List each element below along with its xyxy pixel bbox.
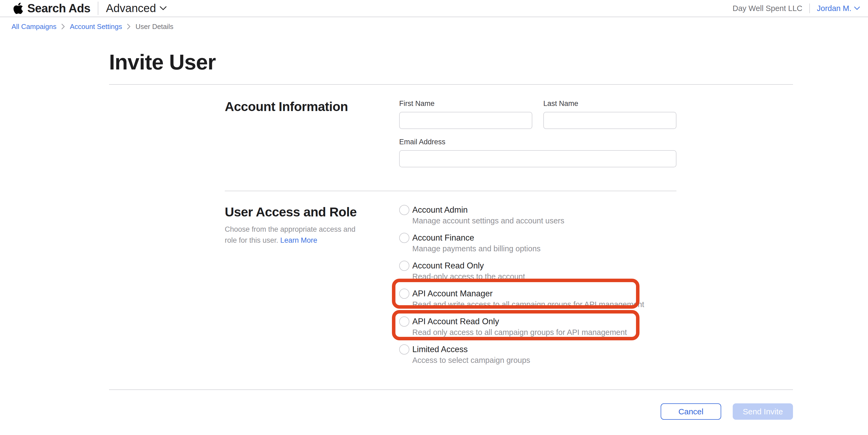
radio-circle-icon[interactable] bbox=[399, 289, 409, 299]
radio-circle-icon[interactable] bbox=[399, 261, 409, 271]
radio-circle-icon[interactable] bbox=[399, 233, 409, 243]
product-name: Advanced bbox=[106, 2, 156, 15]
cancel-button[interactable]: Cancel bbox=[661, 403, 721, 420]
radio-limited-access[interactable]: Limited Access bbox=[399, 344, 677, 355]
nav-left: Search Ads Advanced bbox=[13, 2, 167, 15]
radio-api-account-read-only[interactable]: API Account Read Only bbox=[399, 316, 677, 327]
user-name: Jordan M. bbox=[817, 4, 851, 13]
option-api-account-manager: API Account Manager Read and write acces… bbox=[399, 288, 677, 316]
name-fields-row: First Name Last Name bbox=[399, 99, 677, 129]
option-account-admin: Account Admin Manage account settings an… bbox=[399, 205, 677, 233]
access-options-column: Account Admin Manage account settings an… bbox=[399, 205, 677, 372]
email-input[interactable] bbox=[399, 150, 677, 167]
chevron-right-icon bbox=[127, 23, 131, 30]
option-description: Read and write access to all campaign gr… bbox=[412, 299, 677, 310]
section-heading-column: Account Information bbox=[225, 99, 399, 167]
product-switcher[interactable]: Advanced bbox=[106, 2, 167, 15]
option-label: API Account Read Only bbox=[412, 316, 499, 327]
section-heading-column: User Access and Role Choose from the app… bbox=[225, 205, 399, 372]
option-label: Limited Access bbox=[412, 344, 468, 355]
option-label: API Account Manager bbox=[412, 288, 493, 299]
breadcrumb-user-details: User Details bbox=[135, 23, 174, 31]
apple-logo-icon bbox=[13, 2, 24, 15]
radio-circle-icon[interactable] bbox=[399, 316, 409, 327]
breadcrumb-account-settings[interactable]: Account Settings bbox=[70, 23, 122, 31]
last-name-label: Last Name bbox=[543, 99, 677, 108]
learn-more-link[interactable]: Learn More bbox=[280, 236, 317, 244]
first-name-group: First Name bbox=[399, 99, 532, 129]
first-name-input[interactable] bbox=[399, 112, 532, 129]
option-account-finance: Account Finance Manage payments and bill… bbox=[399, 233, 677, 260]
account-information-heading: Account Information bbox=[225, 99, 399, 114]
option-description: Manage payments and billing options bbox=[412, 243, 677, 254]
page-title: Invite User bbox=[109, 52, 793, 73]
chevron-right-icon bbox=[61, 23, 65, 30]
option-label: Account Finance bbox=[412, 233, 474, 243]
option-account-read-only: Account Read Only Read-only access to th… bbox=[399, 260, 677, 288]
divider bbox=[109, 389, 793, 390]
breadcrumb-all-campaigns[interactable]: All Campaigns bbox=[11, 23, 57, 31]
nav-right: Day Well Spent LLC Jordan M. bbox=[733, 3, 860, 13]
option-description: Read-only access to the account bbox=[412, 271, 677, 282]
account-information-form: First Name Last Name Email Address bbox=[399, 99, 677, 167]
brand-name: Search Ads bbox=[27, 2, 90, 15]
radio-account-admin[interactable]: Account Admin bbox=[399, 205, 677, 215]
user-access-description: Choose from the appropriate access and r… bbox=[225, 224, 359, 246]
breadcrumb: All Campaigns Account Settings User Deta… bbox=[0, 17, 868, 36]
option-description: Read only access to all campaign groups … bbox=[412, 327, 677, 338]
nav-divider bbox=[809, 3, 810, 13]
option-description: Access to select campaign groups bbox=[412, 355, 677, 366]
chevron-down-icon bbox=[160, 6, 167, 10]
radio-circle-icon[interactable] bbox=[399, 344, 409, 354]
radio-account-finance[interactable]: Account Finance bbox=[399, 233, 677, 243]
radio-api-account-manager[interactable]: API Account Manager bbox=[399, 288, 677, 299]
last-name-group: Last Name bbox=[543, 99, 677, 129]
account-information-section: Account Information First Name Last Name… bbox=[109, 85, 793, 191]
user-menu[interactable]: Jordan M. bbox=[817, 4, 860, 13]
access-options: Account Admin Manage account settings an… bbox=[399, 205, 677, 372]
radio-circle-icon[interactable] bbox=[399, 205, 409, 215]
chevron-down-icon bbox=[854, 6, 860, 10]
option-label: Account Admin bbox=[412, 205, 468, 215]
option-api-account-read-only: API Account Read Only Read only access t… bbox=[399, 316, 677, 344]
first-name-label: First Name bbox=[399, 99, 532, 108]
nav-divider bbox=[98, 2, 98, 15]
option-label: Account Read Only bbox=[412, 260, 484, 271]
invite-user-page: Invite User Account Information First Na… bbox=[109, 52, 793, 420]
footer-actions: Cancel Send Invite bbox=[109, 403, 793, 420]
brand-home-link[interactable]: Search Ads bbox=[13, 2, 90, 15]
last-name-input[interactable] bbox=[543, 112, 677, 129]
radio-account-read-only[interactable]: Account Read Only bbox=[399, 260, 677, 271]
send-invite-button[interactable]: Send Invite bbox=[733, 403, 793, 420]
option-limited-access: Limited Access Access to select campaign… bbox=[399, 344, 677, 372]
email-label: Email Address bbox=[399, 138, 677, 146]
organization-name: Day Well Spent LLC bbox=[733, 4, 802, 13]
top-nav: Search Ads Advanced Day Well Spent LLC J… bbox=[0, 0, 868, 17]
option-description: Manage account settings and account user… bbox=[412, 215, 677, 226]
email-group: Email Address bbox=[399, 138, 677, 167]
user-access-section: User Access and Role Choose from the app… bbox=[109, 191, 793, 372]
user-access-heading: User Access and Role bbox=[225, 205, 399, 220]
